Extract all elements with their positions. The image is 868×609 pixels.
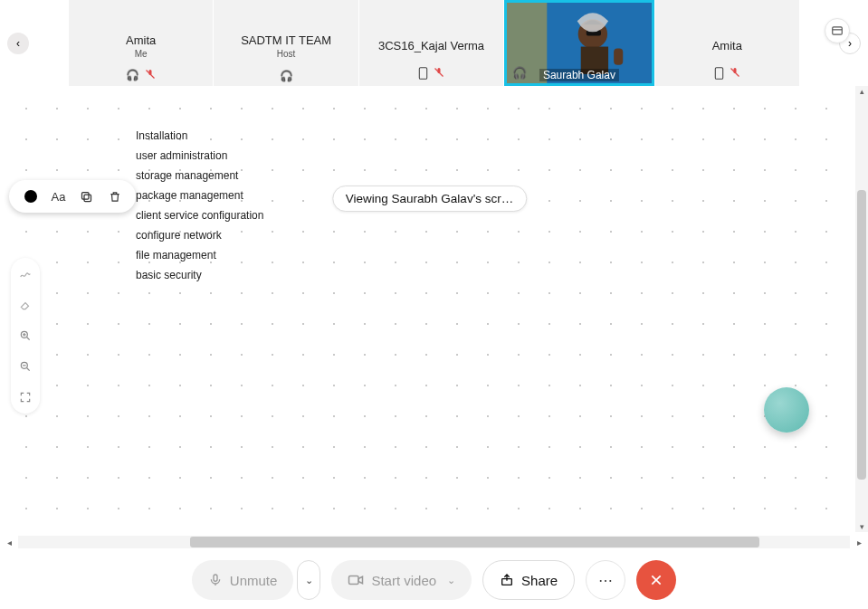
canvas-sidebar-tools bbox=[11, 258, 40, 414]
share-icon bbox=[500, 573, 514, 587]
text-icon: Aa bbox=[52, 190, 66, 204]
eraser-tool-button[interactable] bbox=[16, 296, 34, 314]
more-options-button[interactable]: ⋯ bbox=[586, 560, 625, 600]
participant-tile[interactable]: SADTM IT TEAM Host 🎧 bbox=[214, 0, 358, 86]
color-dot-icon bbox=[24, 190, 37, 203]
shared-screen-area: Aa Viewing Saurabh Galav's scr… Installa… bbox=[0, 86, 859, 532]
vertical-scroll-thumb[interactable] bbox=[857, 190, 866, 480]
participant-tile[interactable]: 3CS16_Kajal Verma bbox=[359, 0, 503, 86]
svg-rect-8 bbox=[614, 49, 623, 65]
participant-name: 3CS16_Kajal Verma bbox=[378, 39, 484, 52]
chevron-right-icon: › bbox=[848, 37, 852, 50]
delete-tool-button[interactable] bbox=[103, 185, 127, 208]
more-icon: ⋯ bbox=[598, 572, 613, 589]
viewing-banner: Viewing Saurabh Galav's scr… bbox=[332, 186, 527, 212]
svg-rect-1 bbox=[419, 68, 426, 80]
participant-tile-active[interactable]: 🎧 Saurabh Galav bbox=[504, 0, 653, 86]
assistant-orb-button[interactable] bbox=[764, 387, 809, 433]
chevron-left-icon: ‹ bbox=[16, 37, 20, 50]
unmute-label: Unmute bbox=[230, 573, 278, 588]
topic-item: client service configuration bbox=[136, 209, 263, 222]
prev-participants-button[interactable]: ‹ bbox=[7, 33, 29, 54]
panel-icon bbox=[831, 24, 844, 37]
mic-icon bbox=[208, 573, 223, 587]
horizontal-scroll-thumb[interactable] bbox=[190, 537, 759, 547]
video-icon bbox=[348, 574, 364, 586]
leave-meeting-button[interactable] bbox=[636, 560, 676, 600]
annotation-toolbar: Aa bbox=[9, 180, 136, 213]
participant-tile[interactable]: Amita Me 🎧 bbox=[69, 0, 213, 86]
participant-tiles: Amita Me 🎧 SADTM IT TEAM Host 🎧 3CS16_Ka… bbox=[36, 0, 832, 86]
start-video-button[interactable]: Start video ⌄ bbox=[331, 560, 472, 600]
zoom-in-button[interactable] bbox=[16, 327, 34, 345]
participant-status-icons: 🎧 bbox=[69, 69, 213, 82]
chevron-down-icon: ⌄ bbox=[447, 575, 455, 586]
scroll-left-button[interactable]: ◂ bbox=[0, 538, 18, 547]
eraser-icon bbox=[19, 299, 32, 311]
participant-name: SADTM IT TEAM bbox=[241, 33, 331, 47]
participant-status-icons bbox=[359, 67, 503, 82]
phone-icon bbox=[418, 67, 428, 82]
copy-icon bbox=[80, 190, 93, 204]
meeting-control-bar: Unmute ⌄ Start video ⌄ Share ⋯ bbox=[0, 551, 868, 609]
horizontal-scroll-track[interactable] bbox=[18, 536, 850, 548]
svg-rect-9 bbox=[715, 68, 722, 80]
svg-rect-14 bbox=[82, 192, 90, 199]
horizontal-scrollbar[interactable]: ◂ ▸ bbox=[0, 533, 868, 551]
scribble-icon bbox=[19, 268, 32, 281]
share-button[interactable]: Share bbox=[482, 560, 575, 600]
unmute-button[interactable]: Unmute bbox=[192, 560, 294, 600]
zoom-in-icon bbox=[19, 329, 32, 342]
svg-line-20 bbox=[27, 368, 30, 371]
pen-color-button[interactable] bbox=[19, 185, 43, 208]
text-tool-button[interactable]: Aa bbox=[47, 185, 71, 208]
fullscreen-button[interactable] bbox=[16, 388, 34, 406]
topic-item: configure network bbox=[136, 229, 263, 242]
start-video-label: Start video bbox=[371, 573, 436, 588]
scribble-tool-button[interactable] bbox=[16, 265, 34, 283]
participant-sub: Host bbox=[277, 49, 296, 59]
vertical-scrollbar[interactable]: ▴ ▾ bbox=[855, 86, 868, 532]
svg-rect-22 bbox=[214, 575, 217, 581]
mic-muted-icon bbox=[145, 69, 156, 82]
topic-item: basic security bbox=[136, 269, 263, 281]
svg-rect-23 bbox=[349, 576, 359, 585]
participant-tile[interactable]: Amita bbox=[655, 0, 799, 86]
participant-sub: Me bbox=[135, 49, 148, 59]
headset-icon: 🎧 bbox=[126, 69, 139, 82]
strip-nav-left: ‹ bbox=[0, 0, 36, 86]
panel-toggle-button[interactable] bbox=[825, 18, 850, 43]
participant-status-icons bbox=[655, 67, 799, 82]
chevron-down-icon: ⌄ bbox=[305, 575, 313, 586]
svg-rect-11 bbox=[833, 27, 843, 34]
topic-list: Installation user administration storage… bbox=[136, 129, 263, 281]
scroll-up-button[interactable]: ▴ bbox=[855, 86, 868, 97]
svg-line-16 bbox=[27, 338, 30, 340]
headset-icon: 🎧 bbox=[280, 70, 293, 82]
mic-muted-icon bbox=[730, 67, 740, 82]
phone-icon bbox=[714, 67, 724, 82]
participant-name: Saurabh Galav bbox=[539, 69, 619, 81]
audio-options-button[interactable]: ⌄ bbox=[297, 560, 320, 600]
share-label: Share bbox=[521, 573, 558, 588]
participant-name: Amita bbox=[126, 33, 156, 47]
topic-item: file management bbox=[136, 249, 263, 262]
scroll-right-button[interactable]: ▸ bbox=[850, 538, 868, 547]
participant-name: Amita bbox=[712, 39, 742, 52]
trash-icon bbox=[109, 190, 121, 204]
zoom-out-button[interactable] bbox=[16, 357, 34, 376]
zoom-out-icon bbox=[19, 360, 32, 373]
topic-item: Installation bbox=[136, 129, 263, 142]
close-icon bbox=[649, 573, 663, 587]
topic-item: user administration bbox=[136, 149, 263, 162]
copy-tool-button[interactable] bbox=[75, 185, 99, 208]
mic-muted-icon bbox=[434, 67, 444, 82]
participant-strip: ‹ Amita Me 🎧 SADTM IT TEAM Host 🎧 3CS16_… bbox=[0, 0, 868, 86]
headset-icon: 🎧 bbox=[512, 66, 527, 80]
participant-status-icons: 🎧 bbox=[214, 70, 358, 82]
topic-item: package management bbox=[136, 189, 263, 202]
topic-item: storage management bbox=[136, 169, 263, 182]
scroll-down-button[interactable]: ▾ bbox=[855, 521, 868, 532]
svg-rect-13 bbox=[84, 195, 91, 202]
fullscreen-icon bbox=[19, 391, 32, 404]
